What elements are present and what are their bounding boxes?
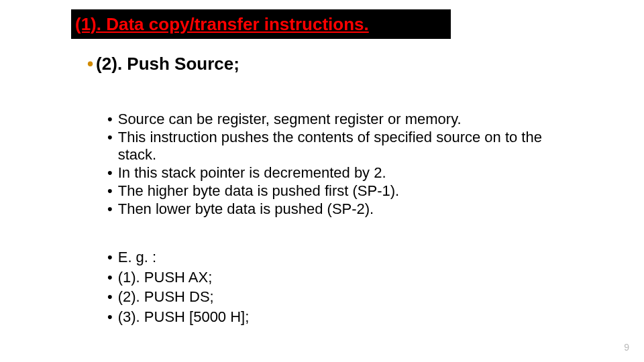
list-item-text: (1). PUSH AX;	[118, 268, 213, 287]
list-item: •Source can be register, segment registe…	[107, 111, 564, 127]
bullet-icon: •	[107, 182, 113, 199]
subhead-text: (2). Push Source;	[96, 54, 239, 74]
list-item: •(3). PUSH [5000 H];	[107, 308, 564, 326]
list-item: •E. g. :	[107, 248, 564, 267]
list-item-text: In this stack pointer is decremented by …	[118, 164, 386, 181]
slide-title: (1). Data copy/transfer instructions.	[75, 14, 369, 35]
bullet-icon: •	[107, 308, 113, 326]
list-item-text: Then lower byte data is pushed (SP-2).	[118, 200, 374, 217]
list-item-text: Source can be register, segment register…	[118, 111, 462, 127]
page-number: 9	[624, 342, 629, 353]
list-item: •The higher byte data is pushed first (S…	[107, 182, 564, 199]
list-item: •This instruction pushes the contents of…	[107, 129, 564, 163]
slide-subhead: •(2). Push Source;	[87, 54, 239, 74]
bullet-icon: •	[87, 54, 93, 74]
list-item-text: (3). PUSH [5000 H];	[118, 308, 250, 326]
list-item-text: (2). PUSH DS;	[118, 288, 214, 306]
slide-title-box: (1). Data copy/transfer instructions.	[71, 9, 451, 39]
bullet-icon: •	[107, 111, 113, 127]
list-item-text: This instruction pushes the contents of …	[118, 129, 564, 163]
bullet-icon: •	[107, 200, 113, 217]
bullet-icon: •	[107, 129, 113, 163]
list-item-text: E. g. :	[118, 248, 156, 267]
body-block-1: •Source can be register, segment registe…	[107, 111, 564, 219]
slide: (1). Data copy/transfer instructions. •(…	[0, 0, 644, 362]
bullet-icon: •	[107, 248, 113, 267]
bullet-icon: •	[107, 288, 113, 306]
list-item-text: The higher byte data is pushed first (SP…	[118, 182, 399, 199]
list-item: •(1). PUSH AX;	[107, 268, 564, 287]
bullet-icon: •	[107, 164, 113, 181]
body-block-2: •E. g. : •(1). PUSH AX; •(2). PUSH DS; •…	[107, 248, 564, 327]
list-item: •(2). PUSH DS;	[107, 288, 564, 306]
list-item: •In this stack pointer is decremented by…	[107, 164, 564, 181]
list-item: •Then lower byte data is pushed (SP-2).	[107, 200, 564, 217]
bullet-icon: •	[107, 268, 113, 287]
